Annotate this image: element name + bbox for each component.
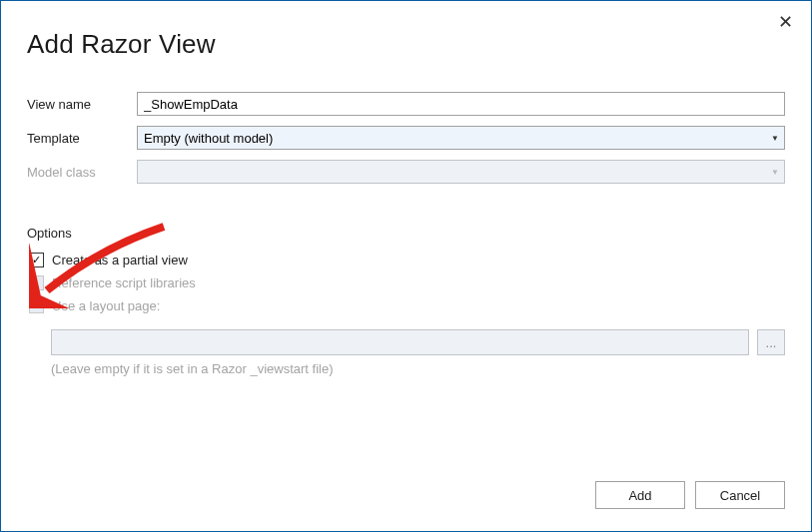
view-name-label: View name xyxy=(27,97,137,112)
partial-view-checkbox[interactable]: ✓ xyxy=(29,253,44,267)
partial-view-row: ✓ Create as a partial view xyxy=(27,253,785,267)
browse-button: ... xyxy=(757,329,785,355)
model-class-row: Model class ▼ xyxy=(27,160,785,184)
partial-view-label: Create as a partial view xyxy=(52,253,188,267)
template-label: Template xyxy=(27,131,137,146)
dialog-title: Add Razor View xyxy=(27,29,785,60)
button-bar: Add Cancel xyxy=(595,481,785,509)
view-name-row: View name xyxy=(27,92,785,116)
reference-scripts-label: Reference script libraries xyxy=(52,275,196,290)
layout-path-row: ... xyxy=(51,329,785,355)
reference-scripts-row: Reference script libraries xyxy=(27,275,785,290)
add-button[interactable]: Add xyxy=(595,481,685,509)
view-name-input[interactable] xyxy=(137,92,785,116)
use-layout-label: Use a layout page: xyxy=(52,298,160,313)
model-class-dropdown: ▼ xyxy=(137,160,785,184)
layout-hint: (Leave empty if it is set in a Razor _vi… xyxy=(51,361,785,376)
template-value: Empty (without model) xyxy=(138,131,766,146)
close-button[interactable]: ✕ xyxy=(778,13,793,31)
use-layout-checkbox: ✓ xyxy=(29,298,44,313)
chevron-down-icon: ▼ xyxy=(766,168,784,177)
add-razor-view-dialog: ✕ Add Razor View View name Template Empt… xyxy=(0,0,812,532)
reference-scripts-checkbox xyxy=(29,275,44,290)
cancel-button[interactable]: Cancel xyxy=(695,481,785,509)
options-section: Options ✓ Create as a partial view Refer… xyxy=(27,226,785,376)
use-layout-row: ✓ Use a layout page: xyxy=(27,298,785,313)
layout-path-input xyxy=(51,329,749,355)
template-row: Template Empty (without model) ▼ xyxy=(27,126,785,150)
chevron-down-icon: ▼ xyxy=(766,134,784,143)
options-header: Options xyxy=(27,226,785,241)
model-class-label: Model class xyxy=(27,165,137,180)
template-dropdown[interactable]: Empty (without model) ▼ xyxy=(137,126,785,150)
